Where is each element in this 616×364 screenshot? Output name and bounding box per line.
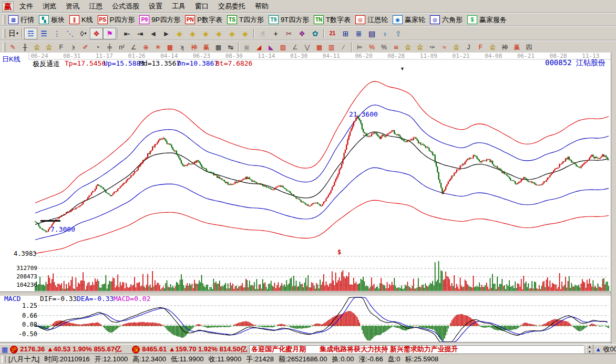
protractor-tool[interactable]: ∠ (128, 43, 140, 53)
marker-pen-tool[interactable]: ✐ (79, 43, 91, 53)
send-button[interactable]: ⇪ (392, 28, 405, 39)
shift-right-button[interactable]: ◈ (186, 28, 199, 39)
next-page-button[interactable]: ► (160, 28, 173, 39)
memo-button[interactable]: ≣ (352, 28, 365, 39)
menu-item-帮助[interactable]: 帮助 (250, 1, 273, 12)
gold-band-tool[interactable]: 金 (450, 43, 463, 53)
grid-lines-a-tool[interactable]: ▦ (313, 43, 325, 53)
gold-ruler-a-tool[interactable]: 金 (31, 43, 43, 53)
measure-button[interactable]: ✂ (282, 28, 295, 39)
hexagon-button[interactable]: ◎六角形 (428, 15, 466, 25)
grid-lines-b-tool[interactable]: ▥ (325, 43, 337, 53)
star-web-tool[interactable]: ✳ (152, 43, 164, 53)
toolbar-grip[interactable] (3, 15, 5, 25)
k-wave-tool[interactable]: ʞ (176, 43, 188, 53)
zoom-out-button[interactable]: ◈ (239, 28, 252, 39)
menu-item-工具[interactable]: 工具 (167, 1, 190, 12)
first-page-button[interactable]: ⇤ (120, 28, 134, 39)
angle-lines-tool[interactable]: ∠ (289, 43, 301, 53)
box-select-tool[interactable]: ▣ (241, 43, 253, 53)
gann-wheel-button[interactable]: ◎江恩轮 (354, 15, 391, 25)
shift-left-button[interactable]: ◈ (173, 28, 186, 39)
gann-target-tool[interactable]: ⊕ (140, 43, 152, 53)
pattern-search-button[interactable]: ❖ (90, 28, 103, 39)
web-grid-tool[interactable]: ▩ (164, 43, 176, 53)
shenzhen-badge-icon[interactable]: 深 (132, 346, 140, 353)
calculator-button[interactable]: ⊞ (339, 28, 352, 39)
shen-angle-tool[interactable]: 神 (499, 43, 511, 53)
toolbar-grip[interactable] (3, 43, 5, 52)
p-table-button[interactable]: PNP数字表 (183, 15, 225, 25)
shenzhen-index-text[interactable]: 8465.61 ▲159.70 1.92% 814.50亿 (142, 345, 247, 354)
p-square-button[interactable]: PSP四方形 (96, 15, 138, 25)
ying-angle-tool[interactable]: 赢 (511, 43, 523, 53)
last-page-button[interactable]: ⇥ (134, 28, 147, 39)
info-panel-button[interactable]: ☰ (37, 28, 50, 39)
menu-item-浏览[interactable]: 浏览 (38, 1, 61, 12)
f-angle-tool[interactable]: F (475, 43, 487, 53)
spinner-up-button[interactable]: ▴ (586, 344, 593, 349)
prev-page-button[interactable]: ◄ (147, 28, 160, 39)
service-button[interactable]: $赢家服务 (466, 15, 510, 25)
spiral-tool[interactable]: ϶ (67, 43, 79, 53)
pan-hand-button[interactable]: ☝ (256, 28, 269, 39)
time-cycle-tool[interactable]: ◔ (91, 43, 104, 53)
signal-flag-button[interactable]: ⚑ (103, 28, 116, 39)
percent-lines-tool[interactable]: ≌ (390, 43, 402, 53)
menu-item-交易委托[interactable]: 交易委托 (213, 1, 250, 12)
expand-h-button[interactable]: ◈ (199, 28, 212, 39)
ink-pen-tool[interactable]: ✑ (426, 43, 438, 53)
shanghai-index-text[interactable]: 2176.36 ▲40.53 1.90% 855.67亿 (20, 345, 121, 354)
price-span-tool[interactable]: ⊨ (354, 43, 366, 53)
fan-lines-1-tool[interactable]: ◢ (253, 43, 265, 53)
menu-item-江恩[interactable]: 江恩 (84, 1, 107, 12)
ying-ruler-tool[interactable]: 赢 (200, 43, 212, 53)
trend-chart-button[interactable]: ☲ (24, 28, 37, 39)
parallel-lines-tool[interactable]: ∕ (337, 43, 350, 53)
gold-segment-tool[interactable]: 金 (414, 43, 426, 53)
shanghai-badge-icon[interactable]: 沪 (10, 346, 18, 353)
menu-item-窗口[interactable]: 窗口 (190, 1, 213, 12)
fan-lines-2-tool[interactable]: ◣ (265, 43, 277, 53)
gold-angle-tool[interactable]: 金 (487, 43, 499, 53)
t9-square-button[interactable]: T99T四方形 (267, 15, 312, 25)
gann-ruler-tool[interactable]: ╫ (19, 43, 31, 53)
count-grid-tool[interactable]: ▦ (212, 43, 224, 53)
chart-area[interactable]: 日K线 06-2408-3111-1701-2604-1406-2308-301… (0, 53, 611, 344)
menu-item-设置[interactable]: 设置 (144, 1, 167, 12)
calendar-button[interactable]: 21 (326, 28, 339, 39)
t-square-button[interactable]: TST四方形 (225, 15, 267, 25)
menu-item-资讯[interactable]: 资讯 (61, 1, 84, 12)
j-angle-tool[interactable]: J (463, 43, 475, 53)
quotes-button[interactable]: ▦行情 (7, 15, 37, 25)
menu-item-公式选股[interactable]: 公式选股 (107, 1, 144, 12)
retrace-percent-tool[interactable]: % (366, 43, 378, 53)
wave-band-tool[interactable]: ≈ (438, 43, 450, 53)
toolbar-grip[interactable] (3, 29, 5, 38)
f-ruler-tool[interactable]: F (55, 43, 67, 53)
n2-ruler-tool[interactable]: n² (116, 43, 128, 53)
shen-ruler-tool[interactable]: 神 (188, 43, 200, 53)
gann-model-button[interactable]: ❖ (295, 28, 309, 39)
kline-button[interactable]: ∥K线 (68, 15, 96, 25)
smart-button[interactable]: ✿ (309, 28, 322, 39)
period-label[interactable]: 日K线 (2, 55, 20, 64)
span-measure-tool[interactable]: ↹ (224, 43, 237, 53)
v-lines-tool[interactable]: ⋁ (301, 43, 313, 53)
network-button[interactable]: ♁ (378, 28, 392, 39)
quote-grid-icon[interactable]: ▦ (2, 346, 8, 353)
crosshair-button[interactable]: + (269, 28, 282, 39)
overlay-3-button[interactable]: ⋮ (50, 28, 64, 39)
p9-square-button[interactable]: P99P四方形 (138, 15, 183, 25)
t-table-button[interactable]: TNT数字表 (312, 15, 354, 25)
overlay-9-button[interactable]: ⋱ (64, 28, 77, 39)
winner-wheel-button[interactable]: ◉赢家轮 (391, 15, 428, 25)
percent-tool[interactable]: % (378, 43, 390, 53)
menu-item-文件[interactable]: 文件 (15, 1, 38, 12)
fan-grid-tool[interactable]: ▨ (277, 43, 289, 53)
gold-ruler-b-tool[interactable]: 金 (43, 43, 55, 53)
compress-h-button[interactable]: ◈ (212, 28, 225, 39)
candle-style-button[interactable]: ◊▾ (77, 28, 90, 39)
si-angle-tool[interactable]: 四 (523, 43, 535, 53)
pencil-tool[interactable]: ✎ (7, 43, 19, 53)
